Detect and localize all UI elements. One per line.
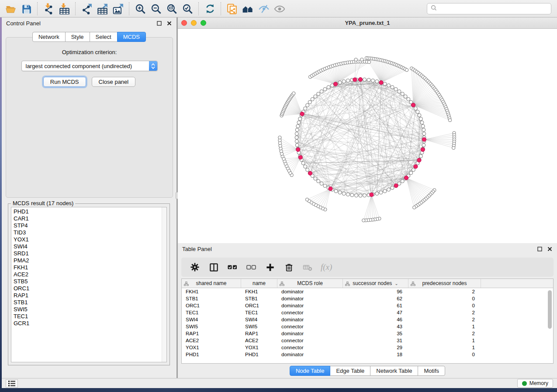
mcds-result-item[interactable]: TID3 — [11, 229, 166, 236]
mcds-result-item[interactable]: SRD1 — [11, 250, 166, 257]
mcds-list-scrollbar[interactable] — [162, 207, 166, 362]
mcds-result-item[interactable]: RAP1 — [11, 292, 166, 299]
column-label: MCDS role — [297, 280, 323, 286]
save-session-button[interactable] — [18, 2, 34, 16]
table-row[interactable]: RAP1RAP1dominator352 — [182, 330, 553, 337]
table-row[interactable]: ACE2ACE2connector311 — [182, 337, 553, 344]
mcds-result-list[interactable]: PHD1CAR1STP4TID3YOX1SWI4SRD1PMA2FKH1ACE2… — [11, 207, 167, 362]
minimize-window-icon[interactable] — [191, 20, 197, 26]
tab-edge-table[interactable]: Edge Table — [330, 366, 370, 376]
run-mcds-button[interactable]: Run MCDS — [43, 77, 86, 87]
export-network-button[interactable] — [79, 2, 94, 16]
import-table-button[interactable] — [56, 2, 72, 16]
table-scrollbar-thumb[interactable] — [548, 290, 552, 329]
show-panel-list-button[interactable] — [6, 379, 18, 388]
tab-network[interactable]: Network — [32, 32, 66, 42]
close-table-panel-icon[interactable] — [547, 246, 553, 252]
cell-predecessor-nodes: 1 — [408, 338, 481, 343]
table-row[interactable]: YOX1YOX1connector291 — [182, 344, 553, 351]
network-canvas[interactable] — [178, 29, 557, 243]
tab-mcds[interactable]: MCDS — [117, 32, 146, 42]
create-column-plus-icon[interactable] — [264, 261, 276, 273]
cell-predecessor-nodes: 2 — [408, 289, 481, 294]
cell-predecessor-nodes: 2 — [408, 317, 481, 322]
hide-selected-button[interactable] — [256, 2, 271, 16]
table-row[interactable]: ORC1ORC1dominator610 — [182, 302, 553, 309]
mcds-result-item[interactable]: ACE2 — [11, 271, 166, 278]
column-header-successor-nodes[interactable]: successor nodes⌄ — [343, 279, 408, 288]
table-row[interactable]: FKH1FKH1dominator962 — [182, 288, 553, 295]
mcds-result-item[interactable]: CAR1 — [11, 215, 166, 222]
cell-MCDS-role: dominator — [277, 352, 343, 357]
zoom-fit-button[interactable] — [164, 2, 180, 16]
export-image-button[interactable] — [110, 2, 126, 16]
column-label: name — [253, 280, 266, 286]
show-all-button[interactable] — [271, 2, 287, 16]
zoom-selected-button[interactable] — [180, 2, 195, 16]
show-columns-icon[interactable] — [208, 261, 219, 273]
table-row[interactable]: PHD1PHD1dominator180 — [182, 351, 553, 358]
mcds-result-title: MCDS result (17 nodes) — [11, 200, 75, 206]
search-box[interactable] — [427, 3, 551, 14]
delete-column-trash-icon[interactable] — [283, 261, 294, 273]
tab-style[interactable]: Style — [65, 32, 90, 42]
column-header-shared-name[interactable]: shared name — [182, 279, 241, 288]
mcds-result-item[interactable]: STP4 — [11, 222, 166, 229]
close-window-icon[interactable] — [181, 20, 187, 26]
mcds-result-item[interactable]: PMA2 — [11, 257, 166, 264]
mcds-result-item[interactable]: TEC1 — [11, 313, 166, 320]
close-panel-button[interactable]: Close panel — [92, 77, 136, 87]
export-table-button[interactable] — [94, 2, 110, 16]
mcds-result-item[interactable]: STB5 — [11, 278, 166, 285]
mcds-result-item[interactable]: ORC1 — [11, 285, 166, 292]
table-row[interactable]: SWI4SWI4dominator462 — [182, 316, 553, 323]
import-network-button[interactable] — [41, 2, 56, 16]
table-settings-gear-icon[interactable] — [189, 261, 201, 273]
column-header-name[interactable]: name — [241, 279, 277, 288]
network-window-titlebar[interactable]: YPA_prune.txt_1 — [178, 17, 557, 29]
mcds-result-item[interactable]: YOX1 — [11, 236, 166, 243]
mcds-result-item[interactable]: SWI5 — [11, 306, 166, 313]
nested-networks-button[interactable] — [240, 2, 256, 16]
cell-successor-nodes: 29 — [343, 345, 408, 350]
table-row[interactable]: STB1STB1dominator620 — [182, 295, 553, 302]
mcds-result-item[interactable]: FKH1 — [11, 264, 166, 271]
float-panel-icon[interactable] — [156, 21, 162, 26]
zoom-in-button[interactable] — [132, 2, 148, 16]
search-input[interactable] — [439, 6, 547, 12]
table-row[interactable]: TEC1TEC1connector472 — [182, 309, 553, 316]
tab-network-table[interactable]: Network Table — [370, 366, 418, 376]
column-header-MCDS-role[interactable]: MCDS role — [277, 279, 343, 288]
tab-select[interactable]: Select — [90, 32, 118, 42]
first-neighbors-button[interactable] — [224, 2, 240, 16]
tab-motifs[interactable]: Motifs — [418, 366, 445, 376]
table-row[interactable]: SWI5SWI5connector431 — [182, 323, 553, 330]
function-builder-fx-icon: f(x) — [321, 262, 332, 272]
criterion-dropdown[interactable]: largest connected component (undirected) — [21, 61, 158, 71]
tab-node-table[interactable]: Node Table — [290, 366, 331, 376]
cell-shared-name: FKH1 — [182, 289, 241, 294]
zoom-out-button[interactable] — [148, 2, 164, 16]
close-panel-icon[interactable] — [166, 21, 172, 26]
cell-predecessor-nodes: 0 — [408, 296, 481, 301]
table-scrollbar[interactable] — [548, 290, 552, 364]
apply-layout-button[interactable] — [202, 2, 218, 16]
mcds-result-item[interactable]: STB1 — [11, 299, 166, 306]
mcds-result-item[interactable]: PHD1 — [11, 208, 166, 215]
table-panel: Table Panel — [178, 243, 557, 378]
unselect-all-columns-icon[interactable] — [246, 261, 257, 273]
mcds-result-item[interactable]: SWI4 — [11, 243, 166, 250]
select-all-columns-icon[interactable] — [227, 261, 238, 273]
open-file-button[interactable] — [3, 2, 18, 16]
float-table-panel-icon[interactable] — [537, 246, 543, 252]
maximize-window-icon[interactable] — [201, 20, 206, 26]
control-panel: Control Panel NetworkStyleSelectMCDS Opt… — [2, 17, 177, 378]
node-table-header: shared namenameMCDS rolesuccessor nodes⌄… — [182, 279, 553, 288]
cell-MCDS-role: connector — [277, 310, 343, 315]
mcds-result-item[interactable]: GCR1 — [11, 320, 166, 327]
memory-status-icon — [522, 381, 527, 386]
node-table[interactable]: shared namenameMCDS rolesuccessor nodes⌄… — [181, 279, 554, 364]
toolbar-groups — [3, 2, 287, 16]
column-header-predecessor-nodes[interactable]: predecessor nodes — [408, 279, 481, 288]
memory-button[interactable]: Memory — [517, 379, 553, 388]
